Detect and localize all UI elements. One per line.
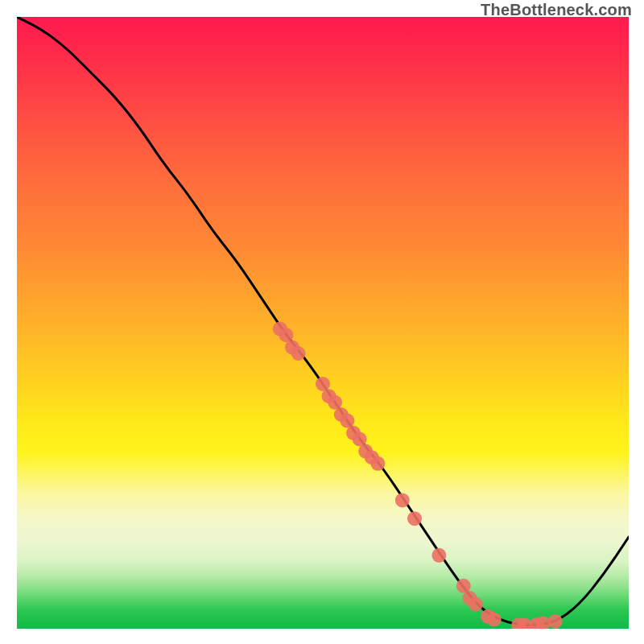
marker-14	[370, 456, 385, 471]
chart-stage: TheBottleneck.com	[0, 0, 644, 644]
plot-area	[17, 17, 629, 629]
marker-group	[273, 322, 563, 629]
marker-22	[487, 613, 502, 627]
marker-17	[431, 548, 446, 563]
bottleneck-curve	[17, 17, 629, 625]
marker-4	[291, 346, 306, 361]
chart-svg	[17, 17, 629, 629]
marker-27	[548, 614, 563, 629]
marker-15	[395, 493, 410, 507]
curve-group	[17, 17, 629, 625]
marker-20	[469, 597, 483, 612]
marker-16	[407, 511, 422, 526]
